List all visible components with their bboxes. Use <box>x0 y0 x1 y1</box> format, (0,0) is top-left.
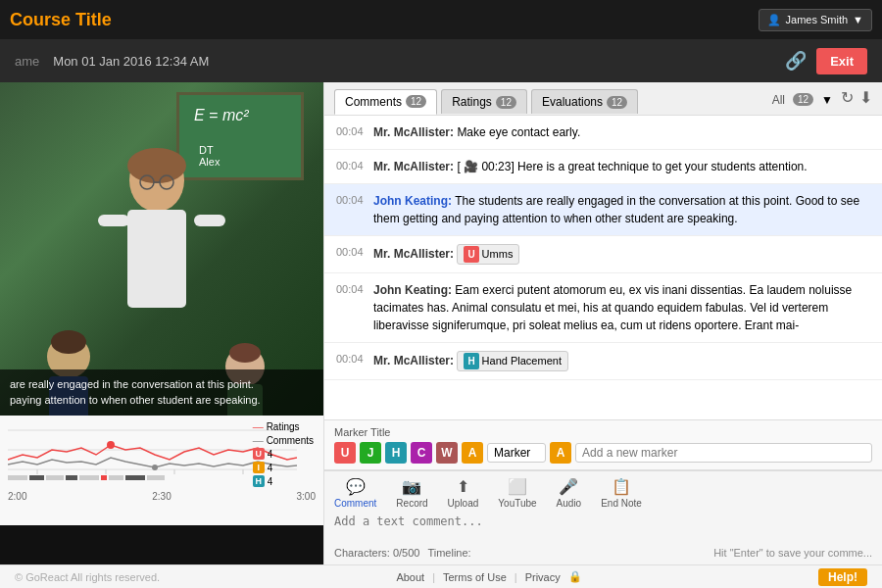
commenter-name: Mr. McAllister: <box>373 247 454 261</box>
user-icon: 👤 <box>767 14 781 26</box>
marker-btn-w[interactable]: W <box>436 442 458 464</box>
comment-input[interactable] <box>334 514 872 544</box>
top-bar: Course Title 👤 James Smith ▼ <box>0 0 882 39</box>
exit-button[interactable]: Exit <box>816 48 867 74</box>
tab-comments[interactable]: Comments 12 <box>334 89 437 115</box>
comment-row: 00:04 Mr. McAllister: U Umms <box>324 236 882 273</box>
svg-rect-27 <box>79 475 99 480</box>
tab-ratings[interactable]: Ratings 12 <box>441 89 527 114</box>
marker-btn-c[interactable]: C <box>411 442 432 464</box>
refresh-icon[interactable]: ↻ <box>841 88 854 107</box>
link-icon[interactable]: 🔗 <box>785 50 807 72</box>
tool-audio-label: Audio <box>557 498 582 509</box>
filter-area: All 12 ▼ ↻ ⬇ <box>772 88 872 115</box>
filter-badge: 12 <box>793 93 813 106</box>
enter-hint: Hit "Enter" to save your comme... <box>713 547 872 559</box>
tab-comments-label: Comments <box>345 95 402 109</box>
filter-dropdown[interactable]: ▼ <box>821 93 833 107</box>
marker-btn-a[interactable]: A <box>462 442 483 464</box>
svg-point-21 <box>107 441 115 449</box>
comment-body: Mr. McAllister: H Hand Placement <box>373 351 870 371</box>
svg-point-12 <box>229 343 261 363</box>
comment-row: 00:04 John Keating: Eam exerci putent at… <box>324 273 882 343</box>
svg-point-1 <box>127 148 186 183</box>
sub-bar: ame Mon 01 Jan 2016 12:34 AM 🔗 Exit <box>0 39 882 82</box>
tab-evaluations[interactable]: Evaluations 12 <box>531 89 638 114</box>
tab-evaluations-label: Evaluations <box>542 95 603 109</box>
youtube-icon: ⬜ <box>508 477 527 496</box>
privacy-lock-icon: 🔒 <box>568 570 582 583</box>
audio-icon: 🎤 <box>559 477 578 496</box>
comment-text: Make eye contact early. <box>457 125 580 139</box>
subtitle-overlay: are really engaged in the conversation a… <box>0 369 323 416</box>
footer: © GoReact All rights reserved. About | T… <box>0 564 882 588</box>
user-area: 👤 James Smith ▼ <box>759 9 872 31</box>
tool-comment[interactable]: 💬 Comment <box>334 477 376 509</box>
tab-ratings-label: Ratings <box>452 95 492 109</box>
input-area: 💬 Comment 📷 Record ⬆ Upload ⬜ YouTube 🎤 <box>324 469 882 564</box>
comment-body: Mr. McAllister: Make eye contact early. <box>373 123 870 141</box>
timeline-chart: — Ratings — Comments U 4 I 4 <box>8 420 316 489</box>
add-marker-input[interactable] <box>575 443 872 463</box>
comment-row: 00:04 Mr. McAllister: H Hand Placement <box>324 343 882 380</box>
tag-h-label: H <box>464 353 478 369</box>
marker-label-input[interactable] <box>487 443 546 463</box>
tab-icons: ↻ ⬇ <box>841 88 872 111</box>
footer-about[interactable]: About <box>396 571 424 583</box>
help-button[interactable]: Help! <box>818 568 867 586</box>
comment-body: Mr. McAllister: U Umms <box>373 244 870 265</box>
footer-privacy[interactable]: Privacy <box>525 571 561 583</box>
commenter-name: John Keating: <box>373 194 452 208</box>
svg-point-22 <box>152 465 158 470</box>
comment-time: 00:04 <box>336 351 366 365</box>
comment-time: 00:04 <box>336 158 366 172</box>
download-icon[interactable]: ⬇ <box>859 88 872 107</box>
comment-text: [ 🎥 00:23] Here is a great technique to … <box>457 160 807 173</box>
timeline-labels: 2:00 2:30 3:00 <box>8 491 316 502</box>
footer-terms[interactable]: Terms of Use <box>443 571 507 583</box>
tool-youtube[interactable]: ⬜ YouTube <box>498 477 536 509</box>
svg-rect-31 <box>147 475 165 480</box>
comments-list: 00:04 Mr. McAllister: Make eye contact e… <box>324 116 882 419</box>
tool-audio[interactable]: 🎤 Audio <box>557 477 582 509</box>
left-panel: E = mc² DTAlex <box>0 82 323 564</box>
tool-endnote[interactable]: 📋 End Note <box>601 477 642 509</box>
user-name: James Smith <box>786 14 849 25</box>
tool-record-label: Record <box>396 498 427 509</box>
tool-comment-label: Comment <box>334 498 376 509</box>
svg-rect-29 <box>109 475 123 480</box>
comment-time: 00:04 <box>336 281 366 295</box>
marker-title-label: Marker Title <box>334 426 872 438</box>
marker-btn-a2[interactable]: A <box>550 442 571 464</box>
svg-rect-2 <box>127 210 186 308</box>
user-dropdown[interactable]: 👤 James Smith ▼ <box>759 9 872 31</box>
session-date: Mon 01 Jan 2016 12:34 AM <box>53 54 209 69</box>
session-name: ame <box>15 54 39 69</box>
svg-point-9 <box>51 330 86 354</box>
right-panel: Comments 12 Ratings 12 Evaluations 12 Al… <box>323 82 882 564</box>
upload-icon: ⬆ <box>457 477 469 496</box>
marker-btn-j[interactable]: J <box>360 442 381 464</box>
svg-rect-3 <box>98 215 129 226</box>
svg-rect-24 <box>29 475 44 480</box>
sub-bar-right: 🔗 Exit <box>785 48 867 74</box>
legend-comments: — Comments <box>253 434 314 446</box>
marker-buttons: U J H C W A A <box>334 442 872 464</box>
tag-badge-h: H Hand Placement <box>457 351 568 371</box>
commenter-name: Mr. McAllister: <box>373 160 454 173</box>
tab-evaluations-badge: 12 <box>607 96 627 109</box>
marker-btn-u[interactable]: U <box>334 442 356 464</box>
tool-record[interactable]: 📷 Record <box>396 477 427 509</box>
legend-i: I 4 <box>253 462 314 473</box>
comment-icon: 💬 <box>346 477 366 496</box>
svg-rect-28 <box>101 475 107 480</box>
timeline-area: — Ratings — Comments U 4 I 4 <box>0 416 323 525</box>
dropdown-arrow-icon: ▼ <box>853 14 863 25</box>
comment-body: Mr. McAllister: [ 🎥 00:23] Here is a gre… <box>373 158 870 175</box>
input-tools: 💬 Comment 📷 Record ⬆ Upload ⬜ YouTube 🎤 <box>334 477 872 509</box>
commenter-name: Mr. McAllister: <box>373 354 454 368</box>
tool-upload[interactable]: ⬆ Upload <box>448 477 479 509</box>
video-placeholder: E = mc² DTAlex <box>0 82 323 416</box>
marker-btn-h[interactable]: H <box>385 442 407 464</box>
comment-time: 00:04 <box>336 244 366 258</box>
